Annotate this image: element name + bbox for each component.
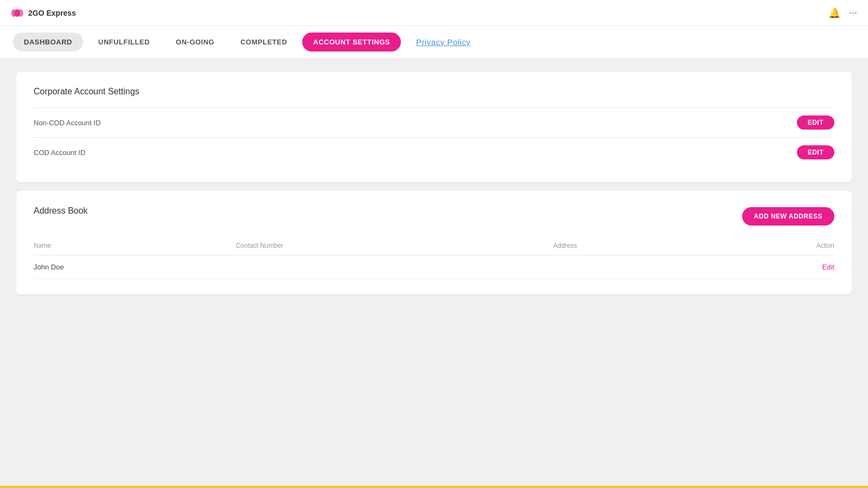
topbar: 2GO Express 🔔 ··· <box>0 0 868 26</box>
col-name: Name <box>34 237 236 255</box>
notification-icon[interactable]: 🔔 <box>828 7 840 19</box>
topbar-left: 2GO Express <box>11 9 76 17</box>
corporate-account-title: Corporate Account Settings <box>34 87 834 97</box>
table-row: John Doe Edit <box>34 255 834 279</box>
cod-edit-button[interactable]: EDIT <box>797 145 834 159</box>
address-book-title: Address Book <box>34 206 88 216</box>
non-cod-label: Non-COD Account ID <box>34 119 101 127</box>
svg-point-2 <box>18 9 23 17</box>
navbar: DASHBOARD UNFULFILLED ON-GOING COMPLETED… <box>0 26 868 59</box>
corporate-account-card: Corporate Account Settings Non-COD Accou… <box>16 72 852 182</box>
nav-item-account-settings[interactable]: ACCOUNT SETTINGS <box>302 33 401 52</box>
non-cod-row: Non-COD Account ID EDIT <box>34 108 834 137</box>
bottom-bar <box>0 486 868 488</box>
cod-label: COD Account ID <box>34 149 85 157</box>
logo-icon <box>11 9 24 17</box>
address-book-header: Address Book ADD NEW ADDRESS <box>34 206 834 227</box>
row-edit-link[interactable]: Edit <box>822 263 834 271</box>
row-contact <box>236 255 553 279</box>
add-new-address-button[interactable]: ADD NEW ADDRESS <box>742 207 834 226</box>
nav-item-dashboard[interactable]: DASHBOARD <box>13 33 83 52</box>
address-book-card: Address Book ADD NEW ADDRESS Name Contac… <box>16 191 852 294</box>
cod-row: COD Account ID EDIT <box>34 138 834 167</box>
table-header-row: Name Contact Number Address Action <box>34 237 834 255</box>
topbar-right: 🔔 ··· <box>828 7 857 19</box>
row-address <box>553 255 713 279</box>
col-action: Action <box>713 237 834 255</box>
address-table: Name Contact Number Address Action John … <box>34 237 834 279</box>
nav-item-completed[interactable]: COMPLETED <box>229 33 298 52</box>
row-name: John Doe <box>34 255 236 279</box>
col-address: Address <box>553 237 713 255</box>
non-cod-edit-button[interactable]: EDIT <box>797 115 834 130</box>
col-contact: Contact Number <box>236 237 553 255</box>
nav-item-privacy-policy[interactable]: Privacy Policy <box>405 32 481 52</box>
more-icon[interactable]: ··· <box>849 7 857 18</box>
nav-item-on-going[interactable]: ON-GOING <box>165 33 225 52</box>
brand-title: 2GO Express <box>28 9 76 17</box>
main-content: Corporate Account Settings Non-COD Accou… <box>0 59 868 488</box>
row-action: Edit <box>713 255 834 279</box>
nav-item-unfulfilled[interactable]: UNFULFILLED <box>87 33 161 52</box>
